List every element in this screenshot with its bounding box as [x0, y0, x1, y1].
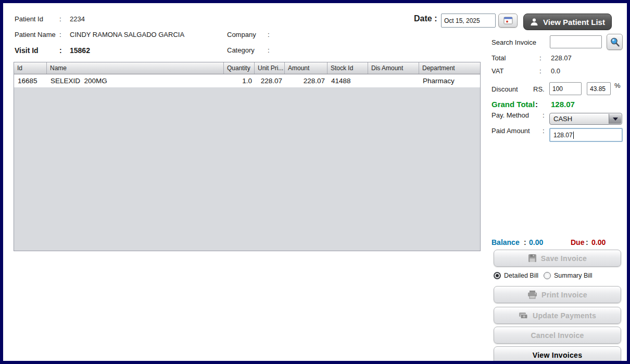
total-value: 228.07	[551, 54, 572, 62]
view-patient-list-label: View Patient List	[543, 18, 605, 27]
percent-sign: %	[614, 82, 621, 89]
total-label: Total	[492, 54, 506, 62]
col-header-department[interactable]: Department	[419, 62, 481, 74]
col-header-unit-price[interactable]: Unit Pri...	[255, 62, 285, 74]
cancel-invoice-button[interactable]: Cancel Invoice	[494, 327, 621, 344]
save-icon	[528, 254, 537, 263]
print-invoice-button[interactable]: Print Invoice	[494, 286, 621, 303]
cell-unit-price: 228.07	[255, 74, 285, 87]
date-label: Date :	[414, 14, 437, 23]
cell-id: 16685	[14, 74, 47, 87]
colon: :	[586, 238, 588, 246]
search-icon	[610, 37, 620, 47]
discount-percent-input[interactable]	[587, 82, 611, 95]
colon: :	[543, 111, 545, 119]
colon: :	[59, 46, 62, 55]
search-invoice-input[interactable]	[550, 35, 602, 48]
category-label: Category	[227, 46, 255, 54]
paid-amount-value: 128.07	[553, 132, 573, 139]
col-header-amount[interactable]: Amount	[285, 62, 327, 74]
patient-name-value: CINDY RAMONA SALGADO GARCIA	[70, 31, 184, 38]
colon: :	[268, 46, 270, 54]
update-payments-button[interactable]: Update Payments	[494, 307, 621, 324]
calendar-icon	[503, 17, 513, 24]
calendar-button[interactable]	[498, 14, 518, 28]
detailed-bill-radio[interactable]	[494, 272, 501, 279]
summary-bill-radio[interactable]	[544, 272, 551, 279]
cell-stock-id: 41488	[327, 74, 368, 87]
pay-method-selected-value: CASH	[553, 115, 572, 123]
due-value: 0.00	[591, 238, 606, 246]
colon: :	[539, 54, 541, 62]
date-input[interactable]	[441, 14, 496, 28]
colon: :	[524, 238, 526, 246]
view-patient-list-button[interactable]: View Patient List	[523, 14, 612, 30]
save-invoice-button[interactable]: Save Invoice	[494, 250, 621, 267]
balance-label: Balance	[492, 238, 520, 246]
print-invoice-label: Print Invoice	[541, 291, 587, 299]
colon: :	[543, 127, 545, 135]
company-label: Company	[227, 31, 256, 38]
visit-id-label: Visit Id	[15, 46, 39, 55]
due-label: Due	[571, 238, 584, 246]
printer-icon	[527, 290, 537, 299]
view-invoices-button[interactable]: View Invoices	[494, 346, 621, 364]
colon: :	[59, 15, 61, 23]
col-header-id[interactable]: Id	[14, 62, 47, 74]
person-icon	[530, 18, 538, 26]
cell-dis-amount	[368, 74, 419, 87]
balance-value: 0.00	[529, 238, 543, 246]
pharmacy-billing-window: Patient Id : 2234 Patient Name : CINDY R…	[0, 0, 630, 364]
search-invoice-button[interactable]	[607, 34, 623, 50]
bill-type-radio-group: Detailed Bill Summary Bill	[494, 272, 593, 279]
discount-currency-label: RS.	[533, 85, 545, 93]
pay-method-label: Pay. Method	[492, 111, 529, 119]
patient-id-label: Patient Id	[15, 15, 43, 23]
cell-department: Pharmacy	[419, 74, 481, 87]
text-cursor	[573, 132, 574, 139]
detailed-bill-label: Detailed Bill	[504, 272, 538, 279]
cell-amount: 228.07	[285, 74, 327, 87]
patient-id-value: 2234	[70, 15, 85, 23]
chevron-down-icon	[609, 114, 621, 124]
cell-name: SELEXID 200MG	[47, 74, 224, 87]
table-row[interactable]: 16685 SELEXID 200MG 1.0 228.07 228.07 41…	[14, 74, 480, 87]
table-header-row: Id Name Quantity Unit Pri... Amount Stoc…	[14, 62, 480, 74]
vat-label: VAT	[492, 67, 503, 75]
col-header-name[interactable]: Name	[47, 62, 224, 74]
col-header-dis-amount[interactable]: Dis Amount	[368, 62, 419, 74]
pay-method-select[interactable]: CASH	[549, 113, 622, 125]
search-invoice-label: Search Invoice	[492, 38, 536, 46]
update-payments-label: Update Payments	[533, 311, 596, 320]
grand-total-label: Grand Total	[492, 100, 535, 109]
grand-total-value: 128.07	[551, 100, 575, 109]
colon: :	[59, 31, 61, 38]
patient-name-label: Patient Name	[15, 31, 56, 38]
colon: :	[535, 100, 538, 109]
visit-id-value: 15862	[70, 46, 90, 55]
colon: :	[539, 67, 541, 75]
col-header-quantity[interactable]: Quantity	[224, 62, 255, 74]
paid-amount-label: Paid Amount	[492, 127, 530, 135]
colon: :	[268, 31, 270, 38]
summary-bill-label: Summary Bill	[554, 272, 593, 279]
invoice-items-table: Id Name Quantity Unit Pri... Amount Stoc…	[14, 62, 481, 251]
cell-quantity: 1.0	[224, 74, 255, 87]
save-invoice-label: Save Invoice	[541, 254, 587, 263]
discount-amount-input[interactable]	[549, 82, 582, 95]
money-icon	[519, 312, 528, 319]
vat-value: 0.0	[551, 67, 560, 75]
col-header-stock-id[interactable]: Stock Id	[327, 62, 368, 74]
view-invoices-label: View Invoices	[533, 351, 582, 359]
discount-label: Discount	[492, 85, 518, 93]
paid-amount-input[interactable]: 128.07	[549, 128, 623, 142]
cancel-invoice-label: Cancel Invoice	[531, 331, 584, 340]
